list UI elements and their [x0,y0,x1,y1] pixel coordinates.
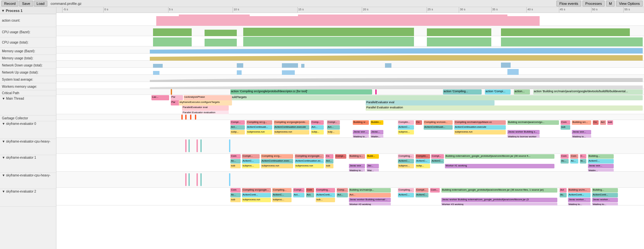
cpu0-bar4[interactable] [200,139,202,152]
sf1-sub5[interactable]: subproc... [398,164,414,168]
sf2-ac2[interactable]: ActionConti... [242,193,271,197]
sf2-javac3[interactable]: Javac worker... [592,198,618,202]
gc-marker-4[interactable] [195,115,196,120]
sf0-ac4[interactable]: ActionC... [398,125,414,130]
sf2-act2[interactable]: Act... [349,193,391,197]
sf2-ac9[interactable]: ActionC... [416,193,428,197]
sf0-sub2[interactable]: subprocess.run [246,130,272,134]
sf1-ac9[interactable]: Ac... [570,159,578,164]
sf2-building-srm[interactable]: Building src/m... [568,188,591,193]
sf2-compiling-google[interactable]: Compiling src/google... [242,188,271,193]
mt-build-targets[interactable]: buildTargets [230,95,643,100]
sf2-waitin3[interactable]: Waiting to... [592,203,618,205]
sf1-com1[interactable]: Com [230,154,241,159]
mt-run-analysis[interactable]: runAnalysisPhase [184,95,232,100]
sf0-com-1[interactable]: Com [561,120,570,125]
save-button[interactable]: Save [19,1,33,6]
sf2-act1[interactable]: Act [560,188,567,193]
sf1-sub3[interactable]: subprocess.run [261,164,293,168]
mt-parallel-eval-1[interactable]: ParallelEvaluator eval [366,100,495,105]
cp-block-2[interactable] [375,89,377,95]
flow-events-button[interactable]: Flow events [556,1,581,6]
sf1-compl1[interactable]: Compil... [242,154,260,159]
sf0-compiling-srcconi[interactable]: Compiling src/coni... [424,120,453,125]
sf1-ac11[interactable]: Act... [325,159,333,164]
sf1-worker1[interactable]: Worker #1 working [445,164,554,168]
sf1-ac6[interactable]: ActionC... [416,159,430,164]
sf2-javac2[interactable]: Javac worker... [568,198,591,202]
sf1-ac7[interactable]: ActionC... [431,159,444,164]
sf0-ac5[interactable]: ActionContinuati... [424,125,453,130]
sf2-worker2w[interactable]: Worker #3 working [441,203,557,205]
mt-parallel-eval-4[interactable]: Parallel Evaluator evaluation [182,111,229,114]
cp-block-5[interactable]: action... [514,89,530,95]
sf2-ac3[interactable]: ActionC... [272,193,292,197]
sf0-compl-3[interactable]: Compiling src/google/protobuf/general... [274,120,309,125]
sf0-sub7[interactable]: subprocess.run [454,130,506,134]
sf1-ac1[interactable]: Ac... [230,159,241,164]
sf1-lic[interactable]: lic... [580,159,586,164]
sf0-ac3[interactable]: ActionContinuation.execute [274,125,309,130]
sf1-ac10[interactable]: ActionC... [588,159,614,164]
sf1-building[interactable]: Building s... [349,154,365,159]
sf1-co1[interactable]: Co [325,154,333,159]
sf2-building3[interactable]: Building... [592,188,618,193]
sf2-javac1[interactable]: Javac worker Building external/... [349,198,391,202]
sf1-compling2[interactable]: Compiling src/google... [295,154,324,159]
cpu1-bar3[interactable] [197,173,198,186]
sf0-waitu[interactable]: Waiting to... [572,135,591,138]
sf2-sub4[interactable]: sub... [316,198,335,202]
sf2-waitin2[interactable]: Waiting to... [568,203,591,205]
sf1-sub2[interactable]: subproc... [242,164,260,168]
mt-skyframe[interactable]: skyframeExecutor.configureTargets [179,100,232,105]
sf1-building2[interactable]: Building... [588,154,614,159]
sf1-wait1[interactable]: Waiting to... [349,169,365,172]
sf0-ac2[interactable]: ActionContinuati... [246,125,272,130]
sf0-compl-2[interactable]: Compiling src:g... [246,120,272,125]
sf2-com2[interactable]: Com [306,188,314,193]
mt-par[interactable]: Par [171,95,183,100]
sf2-sub3[interactable]: subproc... [272,198,292,202]
m-button[interactable]: M [606,1,615,6]
tracks-area[interactable]: action 'Compiling src/google/protobuf/de… [56,13,644,249]
sf2-compiling2[interactable]: Compiling... [316,188,335,193]
cpu0-bar5[interactable] [229,139,230,152]
sf1-compl2[interactable]: Compl... [335,154,346,159]
sf0-sub1r[interactable]: subp... [230,130,245,134]
sf2-compi1[interactable]: Compi... [293,188,304,193]
record-button[interactable]: Record [1,1,18,6]
sf1-ac3[interactable]: ActionContinuation.execute [261,159,293,164]
sf0-act3[interactable]: Act... [327,125,340,130]
sf0-compl-1[interactable]: Compl... [230,120,245,125]
cpu0-bar2[interactable] [188,139,190,152]
sf0-complin-1[interactable]: Complin... [398,120,414,125]
sf1-building-ext[interactable]: Building external/com_google_protobuf/ja… [445,154,554,159]
sf2-ac8[interactable]: ActionC... [398,193,414,197]
sf0-sub8[interactable]: sub [561,125,570,130]
sf2-com3[interactable]: Com... [430,188,440,193]
sf2-sub1[interactable]: sub [230,198,241,202]
gc-marker-2[interactable] [185,115,187,120]
sf2-ac1[interactable]: Ac... [230,193,241,197]
sf1-waitin[interactable]: Waitin... [588,169,614,172]
sf2-compiling3[interactable]: Compiling... [398,188,414,193]
sf1-compling[interactable]: Compiling src/g... [261,154,293,159]
sf1-com3[interactable]: Com [570,154,578,159]
sf2-ac7[interactable]: Act... [337,193,348,197]
sf2-compli[interactable]: Compli... [337,188,348,193]
sf0-ac6[interactable]: ActionContinuation.execute [454,125,506,130]
sf0-javaw[interactable]: Javac wor... [572,130,591,134]
sf0-buildin-2[interactable]: Buildin... [370,120,383,125]
sf0-compl-5[interactable]: Compl... [327,120,340,125]
gc-marker-3[interactable] [190,115,191,120]
sf1-complin2[interactable]: CompIin... [416,154,430,159]
cpu0-bar3[interactable] [197,139,198,152]
load-button[interactable]: Load [34,1,47,6]
sf2-worker3[interactable]: Worker #3 working [349,203,391,205]
sf0-compile-main[interactable]: Compiling src/main/cpp/blaze.cc [454,120,506,125]
sf2-com1[interactable]: Com [230,188,241,193]
sf1-sub4[interactable]: subprocess.run [295,164,324,168]
cp-marker-1[interactable] [171,89,172,95]
sf2-ac5[interactable]: Act. [306,193,314,197]
sf2-compling[interactable]: Compiling... [272,188,292,193]
